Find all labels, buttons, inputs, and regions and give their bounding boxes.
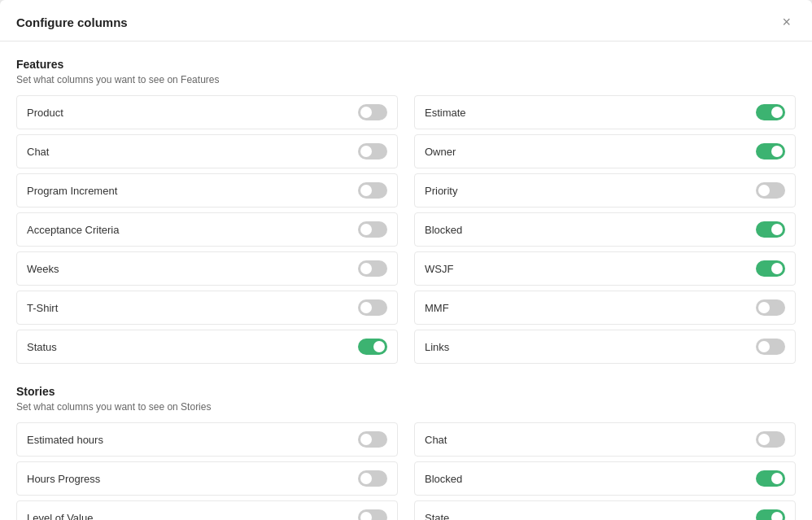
column-label: State — [425, 512, 449, 521]
toggle-switch[interactable] — [358, 260, 387, 277]
stories-section: Stories Set what columns you want to see… — [16, 385, 796, 520]
toggle-slider — [756, 339, 785, 355]
toggle-slider — [358, 221, 387, 238]
column-label: Links — [425, 341, 449, 353]
list-item: Hours Progress — [16, 461, 398, 496]
features-left-col: ProductChatProgram IncrementAcceptance C… — [16, 95, 398, 369]
list-item: Program Increment — [16, 173, 398, 208]
column-label: Product — [27, 107, 63, 119]
stories-right-col: ChatBlockedStateDefectsAttachmentsProgre… — [414, 422, 796, 520]
configure-columns-modal: Configure columns × Features Set what co… — [0, 0, 812, 520]
column-label: Status — [27, 341, 57, 353]
toggle-switch[interactable] — [358, 143, 387, 159]
list-item: Chat — [414, 422, 796, 457]
toggle-switch[interactable] — [358, 104, 387, 120]
toggle-switch[interactable] — [756, 339, 785, 355]
toggle-slider — [756, 431, 785, 448]
toggle-switch[interactable] — [358, 470, 387, 487]
toggle-slider — [358, 260, 387, 277]
list-item: Links — [414, 330, 796, 364]
toggle-slider — [358, 299, 387, 316]
toggle-slider — [358, 470, 387, 487]
features-subtitle: Set what columns you want to see on Feat… — [16, 74, 796, 85]
toggle-switch[interactable] — [756, 299, 785, 316]
column-label: Level of Value — [27, 512, 93, 521]
list-item: Level of Value — [16, 500, 398, 520]
toggle-switch[interactable] — [358, 182, 387, 199]
modal-title: Configure columns — [16, 15, 128, 29]
list-item: Weeks — [16, 251, 398, 286]
column-label: Weeks — [27, 263, 59, 275]
column-label: Estimated hours — [27, 434, 103, 446]
list-item: Status — [16, 330, 398, 364]
toggle-slider — [756, 260, 785, 277]
toggle-switch[interactable] — [756, 143, 785, 159]
column-label: Program Increment — [27, 185, 117, 197]
modal-header: Configure columns × — [0, 0, 812, 42]
modal-body: Features Set what columns you want to se… — [0, 42, 812, 520]
toggle-switch[interactable] — [756, 104, 785, 120]
column-label: Hours Progress — [27, 473, 100, 485]
toggle-switch[interactable] — [756, 470, 785, 487]
list-item: Blocked — [414, 461, 796, 496]
features-section: Features Set what columns you want to se… — [16, 58, 796, 369]
column-label: WSJF — [425, 263, 453, 275]
toggle-slider — [358, 431, 387, 448]
column-label: Owner — [425, 146, 456, 158]
list-item: Owner — [414, 134, 796, 168]
column-label: Blocked — [425, 224, 462, 236]
list-item: Product — [16, 95, 398, 129]
list-item: State — [414, 500, 796, 520]
stories-title: Stories — [16, 385, 796, 398]
features-title: Features — [16, 58, 796, 71]
column-label: Chat — [27, 146, 49, 158]
toggle-switch[interactable] — [756, 431, 785, 448]
toggle-switch[interactable] — [358, 221, 387, 238]
column-label: Estimate — [425, 107, 466, 119]
column-label: Chat — [425, 434, 447, 446]
list-item: WSJF — [414, 251, 796, 286]
toggle-switch[interactable] — [358, 509, 387, 520]
features-grid: ProductChatProgram IncrementAcceptance C… — [16, 95, 796, 369]
close-button[interactable]: × — [777, 13, 796, 31]
toggle-slider — [358, 182, 387, 199]
column-label: Blocked — [425, 473, 462, 485]
toggle-slider — [756, 104, 785, 120]
list-item: MMF — [414, 291, 796, 325]
stories-grid: Estimated hoursHours ProgressLevel of Va… — [16, 422, 796, 520]
toggle-slider — [756, 470, 785, 487]
features-right-col: EstimateOwnerPriorityBlockedWSJFMMFLinks — [414, 95, 796, 369]
toggle-slider — [756, 509, 785, 520]
toggle-slider — [358, 509, 387, 520]
column-label: MMF — [425, 302, 449, 314]
toggle-switch[interactable] — [756, 221, 785, 238]
toggle-switch[interactable] — [358, 299, 387, 316]
toggle-switch[interactable] — [756, 509, 785, 520]
toggle-slider — [756, 221, 785, 238]
list-item: Estimate — [414, 95, 796, 129]
toggle-slider — [358, 143, 387, 159]
column-label: Acceptance Criteria — [27, 224, 119, 236]
list-item: Acceptance Criteria — [16, 212, 398, 247]
toggle-slider — [756, 143, 785, 159]
toggle-switch[interactable] — [756, 260, 785, 277]
toggle-switch[interactable] — [358, 339, 387, 355]
list-item: Chat — [16, 134, 398, 168]
toggle-switch[interactable] — [358, 431, 387, 448]
stories-subtitle: Set what columns you want to see on Stor… — [16, 401, 796, 413]
toggle-slider — [756, 182, 785, 199]
column-label: Priority — [425, 185, 457, 197]
list-item: Priority — [414, 173, 796, 208]
toggle-slider — [756, 299, 785, 316]
stories-left-col: Estimated hoursHours ProgressLevel of Va… — [16, 422, 398, 520]
toggle-slider — [358, 339, 387, 355]
column-label: T-Shirt — [27, 302, 58, 314]
toggle-slider — [358, 104, 387, 120]
list-item: T-Shirt — [16, 291, 398, 325]
list-item: Blocked — [414, 212, 796, 247]
list-item: Estimated hours — [16, 422, 398, 457]
toggle-switch[interactable] — [756, 182, 785, 199]
